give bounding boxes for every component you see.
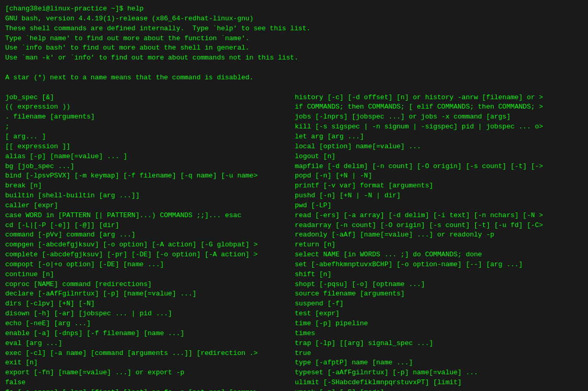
command-line: continue [n] <box>5 270 295 280</box>
header-line: Use `man -k' or `info' to find out more … <box>5 53 583 63</box>
command-line: true <box>295 349 583 359</box>
command-line: exit [n] <box>5 358 295 368</box>
command-line: test [expr] <box>295 309 583 319</box>
command-line: command [-pVv] command [arg ...] <box>5 230 295 240</box>
command-line: logout [n] <box>295 152 583 162</box>
command-line: eval [arg ...] <box>5 339 295 349</box>
command-line: mapfile [-d delim] [-n count] [-O origin… <box>295 162 583 172</box>
command-line: popd [-n] [+N | -N] <box>295 171 583 181</box>
header-line <box>5 83 583 93</box>
command-line: source filename [arguments] <box>295 289 583 299</box>
command-line: trap [-lp] [[arg] signal_spec ...] <box>295 339 583 349</box>
commands-right-column: history [-c] [-d offset] [n] or history … <box>295 93 583 391</box>
command-line: job_spec [&] <box>5 93 295 103</box>
commands-left-column: job_spec [&](( expression )). filename [… <box>5 93 295 391</box>
command-line: suspend [-f] <box>295 299 583 309</box>
header-line <box>5 63 583 73</box>
command-line: set [-abefhkmnptuvxBCHP] [-o option-name… <box>295 260 583 270</box>
command-line: complete [-abcdefgjksuv] [-pr] [-DE] [-o… <box>5 250 295 260</box>
command-line: shopt [-pqsu] [-o] [optname ...] <box>295 280 583 290</box>
command-line: read [-ers] [-a array] [-d delim] [-i te… <box>295 211 583 221</box>
command-line: kill [-s sigspec | -n signum | -sigspec]… <box>295 122 583 132</box>
command-line: case WORD in [PATTERN [| PATTERN]...) CO… <box>5 211 295 221</box>
command-line: if COMMANDS; then COMMANDS; [ elif COMMA… <box>295 102 583 112</box>
command-line: bg [job_spec ...] <box>5 162 295 172</box>
command-line: pushd [-n] [+N | -N | dir] <box>295 191 583 201</box>
command-line: let arg [arg ...] <box>295 132 583 142</box>
command-line: type [-afptP] name [name ...] <box>295 358 583 368</box>
command-line: readarray [-n count] [-O origin] [-s cou… <box>295 221 583 231</box>
command-line: shift [n] <box>295 270 583 280</box>
command-line: exec [-cl] [-a name] [command [arguments… <box>5 349 295 359</box>
command-line: dirs [-clpv] [+N] [-N] <box>5 299 295 309</box>
header-line: Type `help name' to find out more about … <box>5 34 583 44</box>
command-line: disown [-h] [-ar] [jobspec ... | pid ...… <box>5 309 295 319</box>
command-line: declare [-aAfFgilnrtux] [-p] [name[=valu… <box>5 289 295 299</box>
command-line: alias [-p] [name[=value] ... ] <box>5 152 295 162</box>
command-line: break [n] <box>5 181 295 191</box>
command-line: (( expression )) <box>5 102 295 112</box>
command-line: false <box>5 378 295 388</box>
command-line: . filename [arguments] <box>5 112 295 122</box>
command-line: history [-c] [-d offset] [n] or history … <box>295 93 583 103</box>
command-line: [ arg... ] <box>5 132 295 142</box>
command-line: time [-p] pipeline <box>295 319 583 329</box>
command-line: [[ expression ]] <box>5 142 295 152</box>
header-section: GNU bash, version 4.4.19(1)-release (x86… <box>5 14 583 93</box>
terminal-window: [chang38ei@linux-practice ~]$ help GNU b… <box>0 0 588 391</box>
command-line: times <box>295 329 583 339</box>
command-line: export [-fn] [name[=value] ...] or expor… <box>5 368 295 378</box>
header-line: GNU bash, version 4.4.19(1)-release (x86… <box>5 14 583 24</box>
command-line: fc [-e ename] [-lnr] [first] [last] or f… <box>5 388 295 391</box>
command-line: readonly [-aAf] [name[=value] ...] or re… <box>295 230 583 240</box>
header-line: Use `info bash' to find out more about t… <box>5 43 583 53</box>
command-line: echo [-neE] [arg ...] <box>5 319 295 329</box>
command-line: compgen [-abcdefgjksuv] [-o option] [-A … <box>5 240 295 250</box>
command-line: printf [-v var] format [arguments] <box>295 181 583 191</box>
command-line: ulimit [-SHabcdefiklmnpqrstuvxPT] [limit… <box>295 378 583 388</box>
header-line: A star (*) next to a name means that the… <box>5 73 583 83</box>
prompt-line: [chang38ei@linux-practice ~]$ help <box>5 4 583 14</box>
command-line: typeset [-aAfFgilnrtux] [-p] name[=value… <box>295 368 583 378</box>
command-line: umask [-p] [-S] [mode] <box>295 388 583 391</box>
command-line: bind [-lpsvPSVX] [-m keymap] [-f filenam… <box>5 171 295 181</box>
command-line: pwd [-LP] <box>295 201 583 211</box>
commands-section: job_spec [&](( expression )). filename [… <box>5 93 583 391</box>
command-line: local [option] name[=value] ... <box>295 142 583 152</box>
header-line: These shell commands are defined interna… <box>5 24 583 34</box>
command-line: select NAME [in WORDS ... ;] do COMMANDS… <box>295 250 583 260</box>
command-line: enable [-a] [-dnps] [-f filename] [name … <box>5 329 295 339</box>
command-line: builtin [shell-builtin [arg ...]] <box>5 191 295 201</box>
command-line: compopt [-o|+o option] [-DE] [name ...] <box>5 260 295 270</box>
command-line: ; <box>5 122 295 132</box>
command-line: cd [-L|[-P [-e]] [-@]] [dir] <box>5 221 295 231</box>
command-line: return [n] <box>295 240 583 250</box>
command-line: caller [expr] <box>5 201 295 211</box>
command-line: jobs [-lnprs] [jobspec ...] or jobs -x c… <box>295 112 583 122</box>
command-line: coproc [NAME] command [redirections] <box>5 280 295 290</box>
